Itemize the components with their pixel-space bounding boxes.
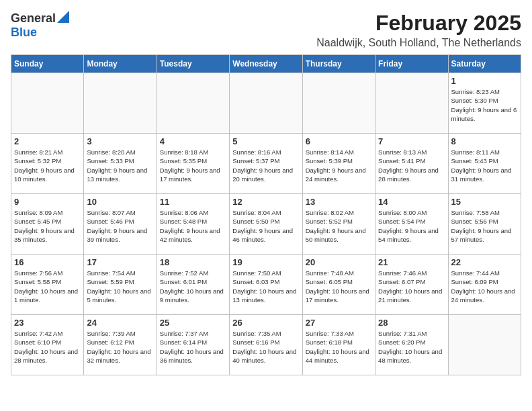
header-saturday: Saturday — [448, 55, 521, 73]
calendar-cell: 19Sunrise: 7:50 AM Sunset: 6:03 PM Dayli… — [230, 255, 302, 315]
calendar-cell: 26Sunrise: 7:35 AM Sunset: 6:16 PM Dayli… — [230, 315, 302, 375]
calendar-cell: 16Sunrise: 7:56 AM Sunset: 5:58 PM Dayli… — [11, 255, 84, 315]
cell-info-text: Sunrise: 8:00 AM Sunset: 5:54 PM Dayligh… — [378, 208, 445, 244]
cell-info-text: Sunrise: 7:33 AM Sunset: 6:18 PM Dayligh… — [306, 329, 372, 365]
cell-info-text: Sunrise: 7:37 AM Sunset: 6:14 PM Dayligh… — [160, 329, 226, 365]
calendar-cell: 2Sunrise: 8:21 AM Sunset: 5:32 PM Daylig… — [11, 134, 84, 194]
calendar-table: SundayMondayTuesdayWednesdayThursdayFrid… — [11, 54, 521, 375]
cell-day-number: 21 — [378, 257, 445, 267]
cell-info-text: Sunrise: 7:54 AM Sunset: 5:59 PM Dayligh… — [87, 269, 153, 304]
cell-day-number: 25 — [160, 318, 226, 328]
cell-day-number: 1 — [451, 76, 518, 86]
calendar-week-row: 23Sunrise: 7:42 AM Sunset: 6:10 PM Dayli… — [11, 315, 521, 375]
cell-info-text: Sunrise: 8:20 AM Sunset: 5:33 PM Dayligh… — [87, 148, 153, 183]
calendar-cell: 9Sunrise: 8:09 AM Sunset: 5:45 PM Daylig… — [11, 194, 84, 255]
cell-day-number: 3 — [87, 136, 153, 146]
calendar-subtitle: Naaldwijk, South Holland, The Netherland… — [316, 37, 521, 49]
cell-day-number: 17 — [87, 257, 153, 267]
cell-info-text: Sunrise: 8:09 AM Sunset: 5:45 PM Dayligh… — [14, 208, 81, 244]
cell-day-number: 6 — [306, 136, 372, 146]
cell-day-number: 5 — [232, 136, 299, 146]
calendar-cell — [230, 73, 302, 134]
calendar-cell — [302, 73, 375, 134]
cell-day-number: 7 — [378, 136, 445, 146]
cell-day-number: 27 — [306, 318, 372, 328]
calendar-cell: 20Sunrise: 7:48 AM Sunset: 6:05 PM Dayli… — [302, 255, 375, 315]
calendar-cell: 22Sunrise: 7:44 AM Sunset: 6:09 PM Dayli… — [448, 255, 521, 315]
header-monday: Monday — [84, 55, 157, 73]
cell-info-text: Sunrise: 8:02 AM Sunset: 5:52 PM Dayligh… — [306, 208, 372, 244]
header-tuesday: Tuesday — [157, 55, 229, 73]
header: General Blue February 2025 Naaldwijk, So… — [11, 11, 521, 49]
cell-day-number: 19 — [232, 257, 299, 267]
cell-day-number: 16 — [14, 257, 81, 267]
calendar-cell — [11, 73, 84, 134]
cell-info-text: Sunrise: 7:42 AM Sunset: 6:10 PM Dayligh… — [14, 329, 81, 365]
cell-info-text: Sunrise: 8:11 AM Sunset: 5:43 PM Dayligh… — [451, 148, 518, 183]
calendar-cell: 3Sunrise: 8:20 AM Sunset: 5:33 PM Daylig… — [84, 134, 157, 194]
cell-info-text: Sunrise: 7:39 AM Sunset: 6:12 PM Dayligh… — [87, 329, 153, 365]
calendar-week-row: 16Sunrise: 7:56 AM Sunset: 5:58 PM Dayli… — [11, 255, 521, 315]
cell-info-text: Sunrise: 8:06 AM Sunset: 5:48 PM Dayligh… — [160, 208, 226, 244]
logo: General Blue — [11, 11, 69, 40]
calendar-cell: 5Sunrise: 8:16 AM Sunset: 5:37 PM Daylig… — [230, 134, 302, 194]
cell-info-text: Sunrise: 7:56 AM Sunset: 5:58 PM Dayligh… — [14, 269, 81, 304]
cell-day-number: 14 — [378, 197, 445, 207]
calendar-cell: 23Sunrise: 7:42 AM Sunset: 6:10 PM Dayli… — [11, 315, 84, 375]
cell-info-text: Sunrise: 7:44 AM Sunset: 6:09 PM Dayligh… — [451, 269, 518, 304]
header-thursday: Thursday — [302, 55, 375, 73]
calendar-week-row: 1Sunrise: 8:23 AM Sunset: 5:30 PM Daylig… — [11, 73, 521, 134]
cell-day-number: 2 — [14, 136, 81, 146]
header-friday: Friday — [375, 55, 448, 73]
calendar-cell: 24Sunrise: 7:39 AM Sunset: 6:12 PM Dayli… — [84, 315, 157, 375]
calendar-cell: 18Sunrise: 7:52 AM Sunset: 6:01 PM Dayli… — [157, 255, 229, 315]
cell-info-text: Sunrise: 7:50 AM Sunset: 6:03 PM Dayligh… — [232, 269, 299, 304]
cell-info-text: Sunrise: 8:21 AM Sunset: 5:32 PM Dayligh… — [14, 148, 81, 183]
cell-day-number: 10 — [87, 197, 153, 207]
calendar-header-row: SundayMondayTuesdayWednesdayThursdayFrid… — [11, 55, 521, 73]
calendar-cell — [448, 315, 521, 375]
calendar-cell: 12Sunrise: 8:04 AM Sunset: 5:50 PM Dayli… — [230, 194, 302, 255]
logo-blue-text: Blue — [11, 26, 37, 39]
calendar-cell: 17Sunrise: 7:54 AM Sunset: 5:59 PM Dayli… — [84, 255, 157, 315]
logo-general-text: General — [11, 11, 56, 26]
cell-day-number: 26 — [232, 318, 299, 328]
cell-info-text: Sunrise: 7:58 AM Sunset: 5:56 PM Dayligh… — [451, 208, 518, 244]
cell-day-number: 20 — [306, 257, 372, 267]
cell-day-number: 15 — [451, 197, 518, 207]
calendar-cell: 7Sunrise: 8:13 AM Sunset: 5:41 PM Daylig… — [375, 134, 448, 194]
cell-info-text: Sunrise: 7:31 AM Sunset: 6:20 PM Dayligh… — [378, 329, 445, 365]
calendar-week-row: 9Sunrise: 8:09 AM Sunset: 5:45 PM Daylig… — [11, 194, 521, 255]
cell-day-number: 12 — [232, 197, 299, 207]
cell-info-text: Sunrise: 8:04 AM Sunset: 5:50 PM Dayligh… — [232, 208, 299, 244]
cell-day-number: 8 — [451, 136, 518, 146]
calendar-cell: 25Sunrise: 7:37 AM Sunset: 6:14 PM Dayli… — [157, 315, 229, 375]
cell-day-number: 4 — [160, 136, 226, 146]
cell-day-number: 9 — [14, 197, 81, 207]
cell-info-text: Sunrise: 7:48 AM Sunset: 6:05 PM Dayligh… — [306, 269, 372, 304]
cell-day-number: 24 — [87, 318, 153, 328]
calendar-cell: 14Sunrise: 8:00 AM Sunset: 5:54 PM Dayli… — [375, 194, 448, 255]
header-wednesday: Wednesday — [230, 55, 302, 73]
cell-info-text: Sunrise: 8:07 AM Sunset: 5:46 PM Dayligh… — [87, 208, 153, 244]
cell-day-number: 13 — [306, 197, 372, 207]
calendar-cell: 8Sunrise: 8:11 AM Sunset: 5:43 PM Daylig… — [448, 134, 521, 194]
cell-info-text: Sunrise: 8:16 AM Sunset: 5:37 PM Dayligh… — [232, 148, 299, 183]
cell-day-number: 28 — [378, 318, 445, 328]
cell-info-text: Sunrise: 7:35 AM Sunset: 6:16 PM Dayligh… — [232, 329, 299, 365]
calendar-cell: 27Sunrise: 7:33 AM Sunset: 6:18 PM Dayli… — [302, 315, 375, 375]
calendar-cell — [84, 73, 157, 134]
cell-info-text: Sunrise: 8:14 AM Sunset: 5:39 PM Dayligh… — [306, 148, 372, 183]
cell-day-number: 22 — [451, 257, 518, 267]
calendar-cell — [157, 73, 229, 134]
calendar-week-row: 2Sunrise: 8:21 AM Sunset: 5:32 PM Daylig… — [11, 134, 521, 194]
calendar-cell: 21Sunrise: 7:46 AM Sunset: 6:07 PM Dayli… — [375, 255, 448, 315]
cell-info-text: Sunrise: 7:46 AM Sunset: 6:07 PM Dayligh… — [378, 269, 445, 304]
cell-info-text: Sunrise: 8:13 AM Sunset: 5:41 PM Dayligh… — [378, 148, 445, 183]
cell-info-text: Sunrise: 8:23 AM Sunset: 5:30 PM Dayligh… — [451, 87, 518, 123]
cell-day-number: 23 — [14, 318, 81, 328]
calendar-cell — [375, 73, 448, 134]
cell-info-text: Sunrise: 8:18 AM Sunset: 5:35 PM Dayligh… — [160, 148, 226, 183]
header-sunday: Sunday — [11, 55, 84, 73]
svg-marker-0 — [57, 11, 69, 23]
